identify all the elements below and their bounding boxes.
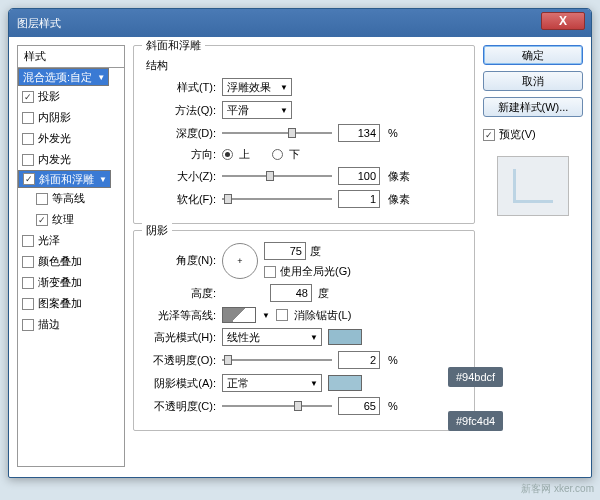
style-item[interactable]: 纹理 xyxy=(18,209,124,230)
new-style-button[interactable]: 新建样式(W)... xyxy=(483,97,583,117)
shadow-opacity-slider[interactable] xyxy=(222,399,332,413)
style-item[interactable]: 图案叠加 xyxy=(18,293,124,314)
altitude-input[interactable]: 48 xyxy=(270,284,312,302)
direction-down-radio[interactable] xyxy=(272,149,283,160)
structure-heading: 结构 xyxy=(142,58,466,73)
style-checkbox[interactable] xyxy=(36,193,48,205)
size-input[interactable]: 100 xyxy=(338,167,380,185)
technique-select[interactable]: 平滑 xyxy=(222,101,292,119)
cancel-button[interactable]: 取消 xyxy=(483,71,583,91)
shadow-color-swatch[interactable] xyxy=(328,375,362,391)
shading-group: 阴影 角度(N): 75 度 使用全局光(G) xyxy=(133,230,475,431)
style-item[interactable]: 斜面和浮雕 xyxy=(18,170,111,188)
gloss-contour-label: 光泽等高线: xyxy=(142,308,216,323)
direction-label: 方向: xyxy=(142,147,216,162)
styles-list: 混合选项:自定 投影内阴影外发光内发光斜面和浮雕等高线纹理光泽颜色叠加渐变叠加图… xyxy=(17,67,125,467)
shadow-mode-label: 阴影模式(A): xyxy=(142,376,216,391)
style-checkbox[interactable] xyxy=(22,112,34,124)
layer-style-dialog: 图层样式 X 样式 混合选项:自定 投影内阴影外发光内发光斜面和浮雕等高线纹理光… xyxy=(8,8,592,478)
ok-button[interactable]: 确定 xyxy=(483,45,583,65)
style-select[interactable]: 浮雕效果 xyxy=(222,78,292,96)
depth-input[interactable]: 134 xyxy=(338,124,380,142)
styles-header: 样式 xyxy=(17,45,125,67)
altitude-label: 高度: xyxy=(142,286,216,301)
style-item[interactable]: 投影 xyxy=(18,86,124,107)
styles-panel: 样式 混合选项:自定 投影内阴影外发光内发光斜面和浮雕等高线纹理光泽颜色叠加渐变… xyxy=(17,45,125,469)
style-checkbox[interactable] xyxy=(22,298,34,310)
style-item[interactable]: 渐变叠加 xyxy=(18,272,124,293)
shading-legend: 阴影 xyxy=(142,223,172,238)
preview-thumbnail xyxy=(497,156,569,216)
antialias-checkbox[interactable] xyxy=(276,309,288,321)
depth-slider[interactable] xyxy=(222,126,332,140)
highlight-opacity-input[interactable]: 2 xyxy=(338,351,380,369)
angle-dial[interactable] xyxy=(222,243,258,279)
highlight-mode-label: 高光模式(H): xyxy=(142,330,216,345)
bevel-group: 斜面和浮雕 结构 样式(T): 浮雕效果 方法(Q): 平滑 深度(D): 13… xyxy=(133,45,475,224)
action-panel: 确定 取消 新建样式(W)... 预览(V) xyxy=(483,45,583,469)
style-label: 样式(T): xyxy=(142,80,216,95)
style-item[interactable]: 颜色叠加 xyxy=(18,251,124,272)
angle-input[interactable]: 75 xyxy=(264,242,306,260)
highlight-color-tag: #94bdcf xyxy=(448,367,503,387)
technique-label: 方法(Q): xyxy=(142,103,216,118)
direction-up-radio[interactable] xyxy=(222,149,233,160)
style-checkbox[interactable] xyxy=(22,235,34,247)
style-checkbox[interactable] xyxy=(22,277,34,289)
titlebar[interactable]: 图层样式 X xyxy=(9,9,591,37)
shadow-opacity-label: 不透明度(C): xyxy=(142,399,216,414)
soften-slider[interactable] xyxy=(222,192,332,206)
style-item[interactable]: 等高线 xyxy=(18,188,124,209)
depth-label: 深度(D): xyxy=(142,126,216,141)
gloss-contour-picker[interactable] xyxy=(222,307,256,323)
shadow-color-tag: #9fc4d4 xyxy=(448,411,503,431)
style-item[interactable]: 外发光 xyxy=(18,128,124,149)
close-button[interactable]: X xyxy=(541,12,585,30)
style-checkbox[interactable] xyxy=(22,91,34,103)
settings-panel: 斜面和浮雕 结构 样式(T): 浮雕效果 方法(Q): 平滑 深度(D): 13… xyxy=(133,45,475,469)
style-checkbox[interactable] xyxy=(22,319,34,331)
style-checkbox[interactable] xyxy=(36,214,48,226)
watermark: 新客网 xker.com xyxy=(521,482,594,496)
style-item[interactable]: 光泽 xyxy=(18,230,124,251)
style-checkbox[interactable] xyxy=(22,154,34,166)
global-light-checkbox[interactable] xyxy=(264,266,276,278)
highlight-opacity-label: 不透明度(O): xyxy=(142,353,216,368)
style-item[interactable]: 内发光 xyxy=(18,149,124,170)
blend-options-row[interactable]: 混合选项:自定 xyxy=(18,68,109,86)
window-title: 图层样式 xyxy=(17,16,61,31)
soften-label: 软化(F): xyxy=(142,192,216,207)
soften-input[interactable]: 1 xyxy=(338,190,380,208)
size-label: 大小(Z): xyxy=(142,169,216,184)
shadow-mode-select[interactable]: 正常 xyxy=(222,374,322,392)
preview-checkbox[interactable] xyxy=(483,129,495,141)
highlight-mode-select[interactable]: 线性光 xyxy=(222,328,322,346)
style-checkbox[interactable] xyxy=(22,133,34,145)
style-item[interactable]: 描边 xyxy=(18,314,124,335)
shadow-opacity-input[interactable]: 65 xyxy=(338,397,380,415)
size-slider[interactable] xyxy=(222,169,332,183)
style-checkbox[interactable] xyxy=(22,256,34,268)
angle-label: 角度(N): xyxy=(142,253,216,268)
bevel-legend: 斜面和浮雕 xyxy=(142,38,205,53)
style-item[interactable]: 内阴影 xyxy=(18,107,124,128)
style-checkbox[interactable] xyxy=(23,173,35,185)
highlight-color-swatch[interactable] xyxy=(328,329,362,345)
highlight-opacity-slider[interactable] xyxy=(222,353,332,367)
